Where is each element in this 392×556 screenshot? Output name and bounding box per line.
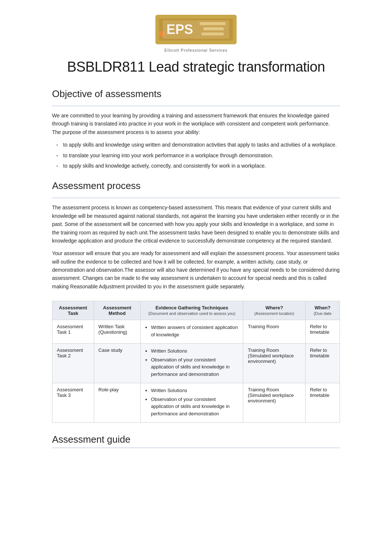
page-container: EPS Ellicott Professional Services BSBLD… <box>30 0 362 481</box>
svg-rect-4 <box>203 27 224 30</box>
bullet-item-2: to translate your learning into your wor… <box>52 151 340 159</box>
process-paragraph-2: Your assessor will ensure that you are r… <box>52 249 340 291</box>
row1-method: Written Task (Questioning) <box>94 320 140 344</box>
row3-evidence: Written Solutions Observation of your co… <box>140 383 243 423</box>
objective-rule <box>52 106 340 106</box>
objective-paragraph: We are committed to your learning by pro… <box>52 111 340 136</box>
svg-text:EPS: EPS <box>166 22 193 37</box>
logo-area: EPS Ellicott Professional Services <box>52 15 340 52</box>
logo-image: EPS <box>155 15 237 44</box>
assessment-table: Assessment Task Assessment Method Eviden… <box>52 301 340 423</box>
table-header-row: Assessment Task Assessment Method Eviden… <box>52 301 340 320</box>
process-paragraph-1: The assessment process is known as compe… <box>52 203 340 245</box>
row3-where: Training Room (Simulated workplace envir… <box>243 383 305 423</box>
svg-rect-5 <box>202 32 224 35</box>
main-title: BSBLDR811 Lead strategic transformation <box>52 59 340 75</box>
table-row-1: Assessment Task 1 Written Task (Question… <box>52 320 340 344</box>
row2-evidence: Written Solutions Observation of your co… <box>140 344 243 383</box>
process-section: Assessment process The assessment proces… <box>52 180 340 291</box>
svg-rect-1 <box>159 18 233 41</box>
col-header-where: Where? (Assessment location) <box>243 301 305 320</box>
objective-bullets: to apply skills and knowledge using writ… <box>52 141 340 170</box>
col-header-task: Assessment Task <box>52 301 94 320</box>
col-header-when: When? (Due date <box>305 301 340 320</box>
process-heading: Assessment process <box>52 180 340 193</box>
objective-section: Objective of assessments We are committe… <box>52 88 340 170</box>
objective-heading: Objective of assessments <box>52 88 340 101</box>
row1-where: Training Room <box>243 320 305 344</box>
row2-task: Assessment Task 2 <box>52 344 94 383</box>
guide-rule <box>52 447 340 448</box>
svg-rect-3 <box>200 22 226 25</box>
row2-method: Case study <box>94 344 140 383</box>
logo-subtext: Ellicott Professional Services <box>52 48 340 52</box>
row2-where: Training Room (Simulated workplace envir… <box>243 344 305 383</box>
guide-heading: Assessment guide <box>52 434 340 445</box>
row3-when: Refer to timetable <box>305 383 340 423</box>
row2-when: Refer to timetable <box>305 344 340 383</box>
bullet-item-3: to apply skills and knowledge actively, … <box>52 162 340 170</box>
row1-evidence: Written answers of consistent applicatio… <box>140 320 243 344</box>
table-row-3: Assessment Task 3 Role-play Written Solu… <box>52 383 340 423</box>
svg-rect-6 <box>159 31 164 37</box>
row3-task: Assessment Task 3 <box>52 383 94 423</box>
col-header-evidence: Evidence Gathering Techniques (Document … <box>140 301 243 320</box>
bullet-item-1: to apply skills and knowledge using writ… <box>52 141 340 149</box>
guide-section: Assessment guide <box>52 434 340 448</box>
process-rule <box>52 198 340 198</box>
row1-task: Assessment Task 1 <box>52 320 94 344</box>
row3-method: Role-play <box>94 383 140 423</box>
row1-when: Refer to timetable <box>305 320 340 344</box>
col-header-method: Assessment Method <box>94 301 140 320</box>
table-row-2: Assessment Task 2 Case study Written Sol… <box>52 344 340 383</box>
